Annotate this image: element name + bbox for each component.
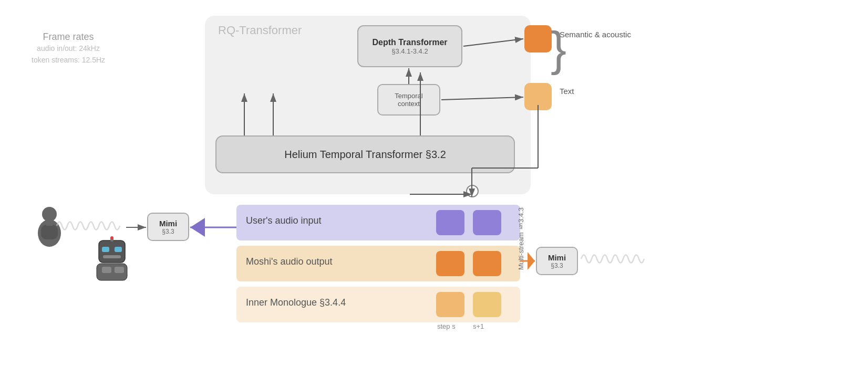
robot-icon (97, 236, 127, 280)
frame-rates-title: Frame rates (32, 32, 105, 43)
step-s1-label: s+1 (473, 322, 484, 330)
moshi-audio-square-2 (473, 251, 501, 276)
plus-circle: + (466, 185, 479, 197)
audio-wave-right (581, 255, 644, 263)
audio-io-label: audio in/out: 24kHz (32, 43, 105, 54)
depth-transformer-label: Depth Transformer (372, 38, 447, 47)
audio-wave-left (57, 222, 120, 230)
svg-rect-6 (46, 221, 53, 226)
diagram-container: Frame rates audio in/out: 24kHz token st… (0, 0, 868, 377)
svg-point-4 (38, 219, 61, 247)
frame-rates-panel: Frame rates audio in/out: 24kHz token st… (32, 32, 105, 66)
user-audio-square-2 (473, 210, 501, 235)
svg-marker-8 (190, 218, 205, 237)
mimi-left-label: Mimi (159, 219, 177, 228)
svg-rect-27 (115, 247, 122, 252)
curly-brace: } (551, 25, 566, 72)
moshi-audio-square-1 (436, 251, 464, 276)
svg-rect-28 (103, 255, 121, 258)
semantic-acoustic-square (524, 25, 552, 53)
token-streams-label: token streams: 12.5Hz (32, 54, 105, 66)
mimi-right-sublabel: §3.3 (551, 262, 563, 269)
mimi-left-sublabel: §3.3 (162, 228, 174, 235)
mimi-right-box: Mimi §3.3 (536, 247, 578, 275)
helium-box: Helium Temporal Transformer §3.2 (215, 135, 515, 173)
svg-rect-30 (102, 267, 111, 273)
svg-rect-5 (41, 225, 58, 239)
moshi-audio-label: Moshi's audio output (246, 256, 333, 267)
depth-transformer-sublabel: §3.4.1-3.4.2 (391, 47, 428, 55)
svg-point-25 (110, 236, 113, 239)
helium-label: Helium Temporal Transformer §3.2 (284, 149, 446, 161)
inner-monologue-label: Inner Monologue §3.4.4 (246, 297, 346, 308)
svg-rect-24 (110, 237, 113, 242)
mimi-right-label: Mimi (548, 253, 566, 262)
svg-rect-31 (115, 267, 124, 273)
inner-monologue-square-2 (473, 292, 501, 317)
text-square (524, 83, 552, 110)
user-audio-square-1 (436, 210, 464, 235)
rq-transformer-label: RQ-Transformer (218, 24, 302, 37)
svg-marker-22 (528, 252, 535, 270)
temporal-context-label: Temporalcontext (395, 92, 422, 108)
semantic-acoustic-label: Semantic & acoustic (560, 29, 631, 40)
dots-row: ··· (323, 147, 342, 159)
svg-rect-23 (99, 240, 125, 263)
text-output-label: Text (560, 87, 574, 96)
person-icon (38, 207, 61, 247)
svg-rect-29 (97, 264, 127, 280)
multistream-label: Multi-stream §3.4.3 (517, 207, 525, 270)
mimi-left-box: Mimi §3.3 (147, 213, 189, 241)
inner-monologue-square-1 (436, 292, 464, 317)
step-s-label: step s (437, 322, 456, 330)
svg-rect-26 (102, 247, 109, 252)
svg-point-3 (42, 207, 57, 222)
user-audio-label: User's audio input (246, 215, 322, 226)
depth-transformer-box: Depth Transformer §3.4.1-3.4.2 (357, 25, 462, 67)
temporal-context-box: Temporalcontext (377, 84, 440, 116)
